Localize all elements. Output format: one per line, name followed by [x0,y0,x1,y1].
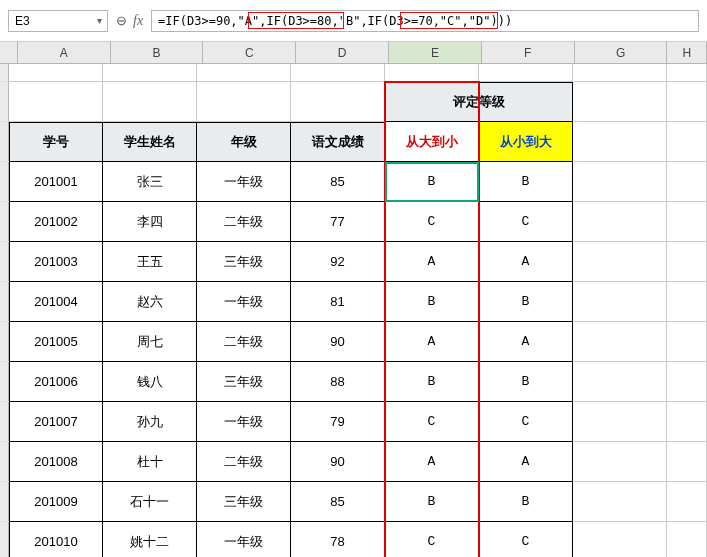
cell[interactable] [573,202,667,242]
cell-asc[interactable]: C [479,522,573,557]
cell-asc[interactable]: A [479,442,573,482]
cell[interactable] [573,82,667,122]
header-asc[interactable]: 从小到大 [479,122,573,162]
cell-grade[interactable]: 三年级 [197,482,291,522]
cell[interactable] [667,242,707,282]
cell-name[interactable]: 姚十二 [103,522,197,557]
cell-name[interactable]: 杜十 [103,442,197,482]
cell-name[interactable]: 王五 [103,242,197,282]
cell-id[interactable]: 201003 [9,242,103,282]
cell-id[interactable]: 201001 [9,162,103,202]
cell-score[interactable]: 78 [291,522,385,557]
cell-id[interactable]: 201005 [9,322,103,362]
cell[interactable] [573,442,667,482]
cell[interactable] [667,64,707,82]
col-header-F[interactable]: F [482,42,575,63]
cell-asc[interactable]: B [479,282,573,322]
header-score[interactable]: 语文成绩 [291,122,385,162]
cell-grade[interactable]: 一年级 [197,402,291,442]
cell-name[interactable]: 李四 [103,202,197,242]
cell-grade[interactable]: 二年级 [197,442,291,482]
cell[interactable] [385,64,479,82]
cell[interactable] [291,64,385,82]
cell-id[interactable]: 201004 [9,282,103,322]
header-grade[interactable]: 年级 [197,122,291,162]
cell-desc[interactable]: B [385,162,479,202]
cell[interactable] [291,82,385,122]
zoom-out-icon[interactable]: ⊖ [116,13,127,28]
col-header-E[interactable]: E [389,42,482,63]
cell-grade[interactable]: 二年级 [197,322,291,362]
cell[interactable] [667,482,707,522]
cell[interactable] [573,162,667,202]
cell-grade[interactable]: 三年级 [197,362,291,402]
cell-name[interactable]: 钱八 [103,362,197,402]
cell-grade[interactable]: 一年级 [197,282,291,322]
header-name[interactable]: 学生姓名 [103,122,197,162]
cell-name[interactable]: 石十一 [103,482,197,522]
cell-score[interactable]: 81 [291,282,385,322]
cell-asc[interactable]: C [479,402,573,442]
cell[interactable] [573,402,667,442]
row-header[interactable] [0,442,9,482]
fx-icon[interactable]: fx [133,13,143,29]
row-header[interactable] [0,82,9,122]
row-header[interactable] [0,482,9,522]
cell[interactable] [573,362,667,402]
cell-desc[interactable]: C [385,202,479,242]
cell-id[interactable]: 201006 [9,362,103,402]
cell[interactable] [667,202,707,242]
cell-score[interactable]: 90 [291,442,385,482]
cell[interactable] [103,64,197,82]
cell-name[interactable]: 张三 [103,162,197,202]
cell[interactable] [573,122,667,162]
cell[interactable] [667,122,707,162]
cell-grade[interactable]: 一年级 [197,162,291,202]
cell[interactable] [667,162,707,202]
cell[interactable] [573,322,667,362]
cell-score[interactable]: 90 [291,322,385,362]
row-header[interactable] [0,242,9,282]
name-box[interactable]: E3 ▾ [8,10,108,32]
cell-score[interactable]: 79 [291,402,385,442]
cell-desc[interactable]: B [385,482,479,522]
header-id[interactable]: 学号 [9,122,103,162]
cell-score[interactable]: 92 [291,242,385,282]
cell[interactable] [197,64,291,82]
cell-asc[interactable]: C [479,202,573,242]
col-header-G[interactable]: G [575,42,668,63]
cell-id[interactable]: 201010 [9,522,103,557]
row-header[interactable] [0,402,9,442]
cell-name[interactable]: 赵六 [103,282,197,322]
cell-name[interactable]: 周七 [103,322,197,362]
cell-score[interactable]: 85 [291,482,385,522]
cell-asc[interactable]: B [479,482,573,522]
cell-asc[interactable]: B [479,162,573,202]
cell-score[interactable]: 77 [291,202,385,242]
col-header-C[interactable]: C [203,42,296,63]
row-header[interactable] [0,362,9,402]
merged-header-rating[interactable]: 评定等级 [385,82,573,122]
cell-desc[interactable]: C [385,402,479,442]
cell[interactable] [667,362,707,402]
cell-asc[interactable]: A [479,242,573,282]
cell-desc[interactable]: B [385,362,479,402]
cell-asc[interactable]: A [479,322,573,362]
cell[interactable] [667,522,707,557]
cell[interactable] [573,522,667,557]
cell[interactable] [103,82,197,122]
cell-id[interactable]: 201009 [9,482,103,522]
cell[interactable] [9,82,103,122]
cell[interactable] [479,64,573,82]
cell[interactable] [197,82,291,122]
cell-grade[interactable]: 二年级 [197,202,291,242]
cell-asc[interactable]: B [479,362,573,402]
row-header[interactable] [0,522,9,557]
cell-desc[interactable]: C [385,522,479,557]
cell[interactable] [667,402,707,442]
header-desc[interactable]: 从大到小 [385,122,479,162]
cell-grade[interactable]: 一年级 [197,522,291,557]
row-header[interactable] [0,122,9,162]
formula-bar[interactable]: =IF(D3>=90,"A",IF(D3>=80,"B",IF(D3>=70,"… [151,10,699,32]
cell[interactable] [573,282,667,322]
